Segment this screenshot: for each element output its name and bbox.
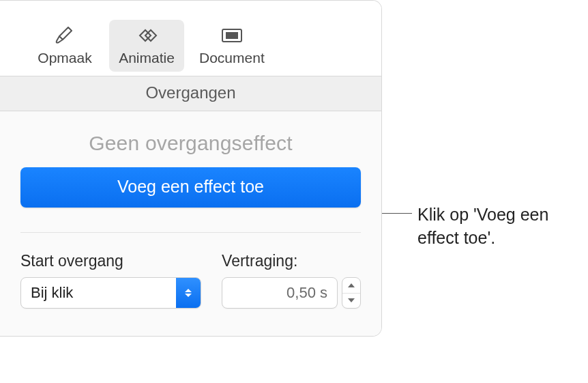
chevron-down-icon [185, 294, 192, 297]
stepper-down-button[interactable] [342, 293, 360, 309]
start-transition-select[interactable]: Bij klik [20, 277, 201, 309]
section-header-overgangen: Overgangen [0, 76, 381, 111]
no-effect-label: Geen overgangseffect [20, 132, 361, 155]
toolbar-label-animatie: Animatie [119, 50, 175, 66]
delay-group: Vertraging: 0,50 s [222, 252, 361, 309]
inspector-toolbar: Opmaak Animatie Document [0, 1, 381, 76]
brush-icon [50, 24, 79, 47]
inspector-panel: Opmaak Animatie Document Overgangen Geen… [0, 0, 382, 337]
panel-body: Geen overgangseffect Voeg een effect toe… [0, 111, 381, 336]
chevron-up-icon [185, 289, 192, 292]
svg-rect-1 [226, 32, 238, 39]
animation-icon [132, 24, 161, 47]
select-handle-icon [176, 278, 201, 308]
start-transition-group: Start overgang Bij klik [20, 252, 201, 309]
delay-stepper: 0,50 s [222, 277, 361, 309]
controls-row: Start overgang Bij klik Vertraging: 0,50… [20, 252, 361, 309]
start-transition-value: Bij klik [21, 278, 176, 308]
toolbar-tab-animatie[interactable]: Animatie [109, 20, 184, 72]
toolbar-tab-document[interactable]: Document [191, 20, 273, 72]
callout-text: Klik op 'Voeg een effect toe'. [412, 203, 576, 250]
callout-line [382, 213, 412, 214]
toolbar-label-opmaak: Opmaak [38, 50, 91, 66]
stepper-up-button[interactable] [342, 278, 360, 293]
delay-field[interactable]: 0,50 s [222, 277, 338, 309]
chevron-up-icon [348, 283, 355, 287]
chevron-down-icon [348, 298, 355, 302]
delay-stepper-buttons [342, 277, 361, 309]
delay-label: Vertraging: [222, 252, 361, 270]
divider [20, 232, 361, 233]
document-icon [218, 24, 246, 47]
toolbar-label-document: Document [199, 50, 265, 66]
toolbar-tab-opmaak[interactable]: Opmaak [27, 20, 102, 72]
callout: Klik op 'Voeg een effect toe'. [382, 203, 576, 250]
add-effect-button[interactable]: Voeg een effect toe [20, 167, 361, 208]
start-transition-label: Start overgang [20, 252, 201, 270]
